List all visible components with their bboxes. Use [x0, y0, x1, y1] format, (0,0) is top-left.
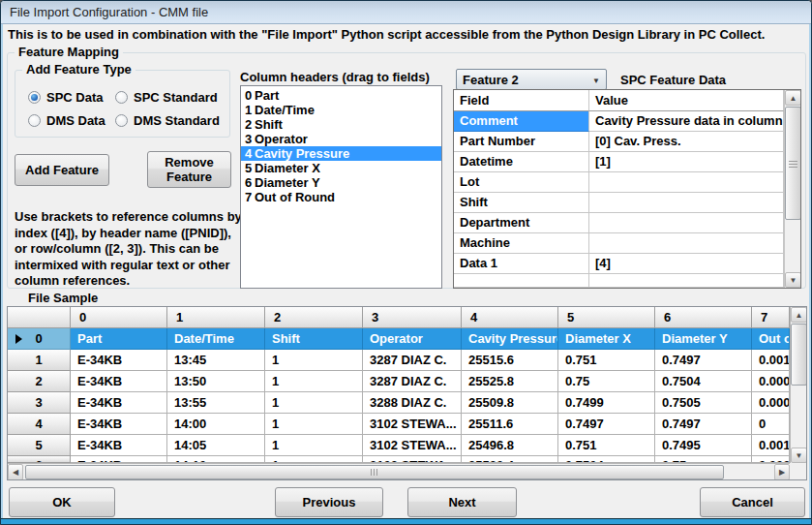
radio-dms-data[interactable]: DMS Data [28, 113, 105, 128]
field-cell-lot[interactable]: Lot [454, 172, 589, 193]
scroll-down-icon[interactable]: ▼ [785, 272, 801, 288]
grid-cell[interactable]: 1 [265, 435, 363, 456]
list-item-selected[interactable]: 4Cavity Pressure [241, 146, 441, 161]
grid-cell[interactable]: 1 [265, 371, 363, 392]
grid-cell[interactable]: Diameter X [558, 328, 655, 350]
scroll-left-icon[interactable]: ◀ [8, 464, 23, 480]
value-cell-part-number[interactable]: [0] Cav. Press. [589, 132, 784, 152]
grid-cell[interactable]: 13:55 [167, 392, 265, 414]
add-feature-button[interactable]: Add Feature [15, 154, 109, 186]
scroll-down-icon[interactable]: ▼ [791, 448, 807, 463]
grid-cell[interactable]: 0.0015 [752, 435, 790, 456]
grid-row-header[interactable]: 4 [8, 414, 71, 435]
list-item[interactable]: 5Diameter X [241, 161, 441, 175]
grid-cell[interactable]: 0.7505 [655, 392, 752, 414]
value-cell-data-1[interactable]: [4] [589, 254, 784, 274]
grid-row-header-partial[interactable]: 6 [8, 456, 71, 463]
grid-cell[interactable]: Operator [363, 328, 462, 350]
grid-column-header[interactable]: 1 [167, 307, 265, 328]
radio-spc-data[interactable]: SPC Data [28, 90, 104, 105]
feature-select-dropdown[interactable]: Feature 2 ▼ [456, 69, 607, 90]
grid-cell[interactable]: 3102 STEWA... [363, 414, 462, 435]
field-cell-datetime[interactable]: Datetime [454, 152, 589, 172]
value-cell-datetime[interactable]: [1] [589, 152, 784, 172]
grid-cell[interactable]: 14:10 [167, 456, 265, 463]
grid-row-header[interactable]: 2 [8, 371, 71, 392]
remove-feature-button[interactable]: Remove Feature [147, 151, 231, 188]
grid-cell[interactable]: 14:05 [167, 435, 265, 456]
field-cell-data-1[interactable]: Data 1 [454, 254, 589, 274]
grid-cell[interactable]: 0.7504 [655, 371, 752, 392]
grid-cell[interactable]: 0.751 [558, 350, 655, 371]
column-headers-listbox[interactable]: 0Part 1Date/Time 2Shift 3Operator 4Cavit… [240, 85, 442, 289]
grid-cell[interactable]: 0.75 [558, 371, 655, 392]
grid-cell[interactable]: E-34KB [71, 414, 167, 435]
scrollbar-thumb[interactable] [785, 107, 801, 220]
value-cell-department[interactable] [589, 213, 784, 233]
cancel-button[interactable]: Cancel [700, 487, 805, 517]
value-cell-comment[interactable]: Cavity Pressure data in column 4 [589, 111, 784, 132]
list-item[interactable]: 0Part [241, 88, 441, 103]
grid-cell[interactable]: 0.0004 [752, 456, 790, 463]
grid-column-header[interactable]: 3 [363, 307, 462, 328]
value-cell-shift[interactable] [589, 193, 784, 213]
grid-cell[interactable]: 25496.8 [462, 435, 558, 456]
grid-cell[interactable]: Cavity Pressure [462, 328, 558, 350]
value-cell-machine[interactable] [589, 233, 784, 254]
field-table-scrollbar[interactable]: ▲ ▼ [784, 90, 800, 288]
grid-column-header[interactable]: 2 [265, 307, 363, 328]
previous-button[interactable]: Previous [275, 487, 383, 517]
grid-cell[interactable]: 0.7504 [558, 456, 655, 463]
radio-dms-standard[interactable]: DMS Standard [115, 113, 220, 128]
grid-cell[interactable]: 14:00 [167, 414, 265, 435]
grid-cell[interactable]: 3102 STEWA... [363, 435, 462, 456]
grid-cell[interactable]: Part [71, 328, 167, 350]
grid-cell[interactable]: 0.0006 [752, 392, 790, 414]
grid-cell[interactable]: 13:45 [167, 350, 265, 371]
grid-cell[interactable]: 0.7495 [655, 435, 752, 456]
list-item[interactable]: 1Date/Time [241, 103, 441, 117]
grid-column-header[interactable]: 4 [462, 307, 558, 328]
value-cell-lot[interactable] [589, 172, 784, 193]
grid-cell[interactable]: 1 [265, 350, 363, 371]
scroll-right-icon[interactable]: ▶ [774, 464, 790, 480]
grid-cell[interactable]: Diameter Y [655, 328, 752, 350]
scrollbar-thumb[interactable] [791, 324, 807, 386]
grid-cell[interactable]: 13:50 [167, 371, 265, 392]
grid-cell[interactable]: 3102 STEWA... [363, 456, 462, 463]
grid-cell[interactable]: 1 [265, 392, 363, 414]
grid-cell[interactable]: 0 [752, 414, 790, 435]
list-item[interactable]: 2Shift [241, 117, 441, 132]
scroll-up-icon[interactable]: ▲ [785, 90, 801, 106]
field-cell-part-number[interactable]: Part Number [454, 132, 589, 152]
field-cell-comment[interactable]: Comment [454, 111, 589, 132]
grid-cell[interactable]: 25525.8 [462, 371, 558, 392]
grid-row-header-current[interactable]: 0 [8, 328, 71, 350]
titlebar[interactable]: File Import Configuration - CMM file [1, 1, 811, 24]
grid-column-header[interactable]: 7 [752, 307, 790, 328]
grid-row-header[interactable]: 3 [8, 392, 71, 414]
grid-column-header[interactable]: 5 [558, 307, 655, 328]
grid-cell[interactable]: E-34KB [71, 456, 167, 463]
grid-cell[interactable]: 25515.6 [462, 350, 558, 371]
grid-cell[interactable]: 0.75 [655, 456, 752, 463]
grid-cell[interactable]: 0.7497 [558, 414, 655, 435]
grid-cell[interactable]: 0.7497 [655, 350, 752, 371]
grid-cell[interactable]: 1 [265, 414, 363, 435]
grid-cell[interactable]: 1 [265, 456, 363, 463]
radio-spc-standard[interactable]: SPC Standard [115, 90, 218, 105]
list-item[interactable]: 3Operator [241, 132, 441, 146]
value-cell-empty[interactable] [589, 274, 784, 288]
grid-cell[interactable]: 0.0004 [752, 371, 790, 392]
field-cell-empty[interactable] [454, 274, 589, 288]
field-cell-shift[interactable]: Shift [454, 193, 589, 213]
grid-row-header[interactable]: 1 [8, 350, 71, 371]
grid-cell[interactable]: E-34KB [71, 392, 167, 414]
grid-cell[interactable]: 25509.8 [462, 392, 558, 414]
grid-horizontal-scrollbar[interactable]: ◀ ▶ [8, 463, 790, 479]
grid-column-header[interactable]: 6 [655, 307, 752, 328]
list-item[interactable]: 6Diameter Y [241, 175, 441, 190]
scroll-up-icon[interactable]: ▲ [791, 307, 807, 323]
grid-cell[interactable]: 0.7497 [655, 414, 752, 435]
next-button[interactable]: Next [407, 487, 517, 517]
